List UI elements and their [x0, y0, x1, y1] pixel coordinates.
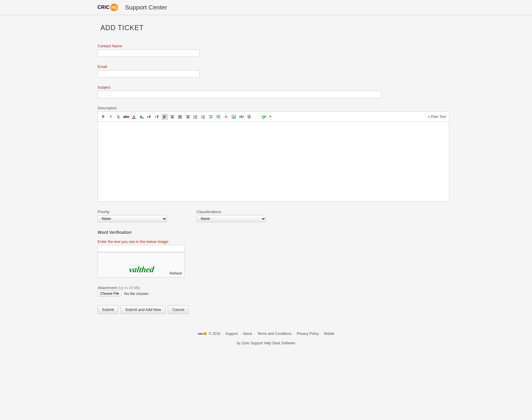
footer-link-about[interactable]: About [243, 332, 252, 336]
footer-link-mobile[interactable]: Mobile [324, 332, 334, 336]
svg-marker-40 [217, 116, 218, 117]
bold-icon[interactable]: B [100, 114, 106, 120]
svg-text:T: T [156, 115, 159, 119]
svg-marker-52 [269, 116, 272, 117]
fill-color-icon[interactable] [139, 114, 145, 120]
captcha-text: valthed [128, 265, 155, 277]
header-title: Support Center [125, 4, 167, 11]
footer-link-privacy[interactable]: Privacy Policy [297, 332, 319, 336]
plaintext-toggle[interactable]: « Plain Text [428, 115, 446, 119]
svg-text:ABC: ABC [261, 115, 267, 118]
svg-text:3: 3 [201, 117, 202, 119]
footer-byline-prefix: by Zoho Support [237, 341, 264, 345]
font-size-icon[interactable]: TT [154, 114, 160, 120]
footer-copyright: © 2016 [209, 332, 220, 336]
link-icon[interactable] [239, 114, 244, 120]
svg-text:T: T [147, 116, 149, 119]
logo-badge: HQ [110, 4, 118, 11]
rich-text-editor: B I U abc A TF TT [98, 111, 449, 202]
word-verification-instruction: Enter the text you see in the below imag… [98, 239, 434, 244]
captcha-refresh[interactable]: Refresh [170, 271, 182, 275]
attachment-label: Attachment [98, 286, 117, 290]
email-input[interactable] [98, 70, 200, 77]
align-left-icon[interactable] [162, 114, 168, 120]
spellcheck-dropdown-icon[interactable] [269, 114, 272, 120]
file-status: No file chosen [124, 291, 148, 296]
priority-select[interactable]: -None- [98, 215, 167, 222]
description-textarea[interactable] [98, 122, 449, 202]
svg-point-25 [194, 116, 194, 117]
page-title: ADD TICKET [100, 24, 434, 32]
svg-point-45 [233, 116, 233, 116]
logo[interactable]: CRIC HQ [98, 4, 118, 11]
svg-point-2 [142, 117, 144, 119]
cancel-button[interactable]: Cancel [168, 305, 189, 314]
svg-text:F: F [149, 115, 151, 119]
spellcheck-icon[interactable]: ABC [261, 114, 267, 120]
submit-button[interactable]: Submit [98, 305, 118, 314]
font-color-icon[interactable]: A [131, 114, 137, 120]
svg-marker-36 [209, 116, 210, 117]
classifications-select[interactable]: -None- [197, 215, 266, 222]
captcha-image: valthed Refresh [98, 252, 185, 278]
align-right-icon[interactable] [185, 114, 191, 120]
captcha-input[interactable] [98, 245, 185, 252]
footer: CRIC © 2016 · Support · About · Terms an… [0, 332, 532, 354]
svg-text:T: T [155, 116, 156, 119]
bullet-list-icon[interactable] [192, 114, 198, 120]
italic-icon[interactable]: I [108, 114, 114, 120]
underline-icon[interactable]: U [116, 114, 121, 120]
subject-input[interactable] [98, 91, 381, 98]
editor-toolbar: B I U abc A TF TT [98, 112, 449, 122]
header: CRIC HQ Support Center [0, 0, 532, 15]
priority-label: Priority [98, 210, 167, 214]
contact-name-input[interactable] [98, 49, 200, 57]
svg-point-50 [249, 116, 250, 117]
indent-decrease-icon[interactable] [208, 114, 214, 120]
contact-name-label: Contact Name [98, 44, 434, 48]
clear-format-icon[interactable]: A [223, 114, 229, 120]
svg-text:A: A [132, 115, 135, 119]
email-label: Email [98, 64, 434, 69]
attachment-hint: (Up to 20 MB) [118, 286, 140, 290]
strike-icon[interactable]: abc [123, 114, 129, 120]
indent-increase-icon[interactable] [215, 114, 221, 120]
number-list-icon[interactable]: 123 [200, 114, 206, 120]
logo-text: CRIC [98, 5, 110, 10]
footer-byline-link[interactable]: Help Desk Software [264, 341, 295, 345]
footer-logo: CRIC [198, 332, 207, 335]
choose-file-button[interactable]: Choose File [98, 291, 122, 296]
footer-link-support[interactable]: Support [225, 332, 238, 336]
align-justify-icon[interactable] [177, 114, 183, 120]
description-label: Description [98, 106, 434, 110]
footer-link-terms[interactable]: Terms and Conditions [257, 332, 292, 336]
svg-rect-1 [132, 118, 136, 119]
classifications-label: Classifications [197, 210, 266, 214]
font-format-icon[interactable]: TF [146, 114, 152, 120]
word-verification-title: Word Verification [98, 230, 434, 235]
image-icon[interactable] [231, 114, 237, 120]
submit-and-add-new-button[interactable]: Submit and Add New [121, 305, 165, 314]
embed-icon[interactable] [246, 114, 252, 120]
align-center-icon[interactable] [169, 114, 175, 120]
svg-point-27 [194, 118, 194, 118]
subject-label: Subject [98, 85, 434, 90]
svg-point-23 [194, 115, 194, 116]
